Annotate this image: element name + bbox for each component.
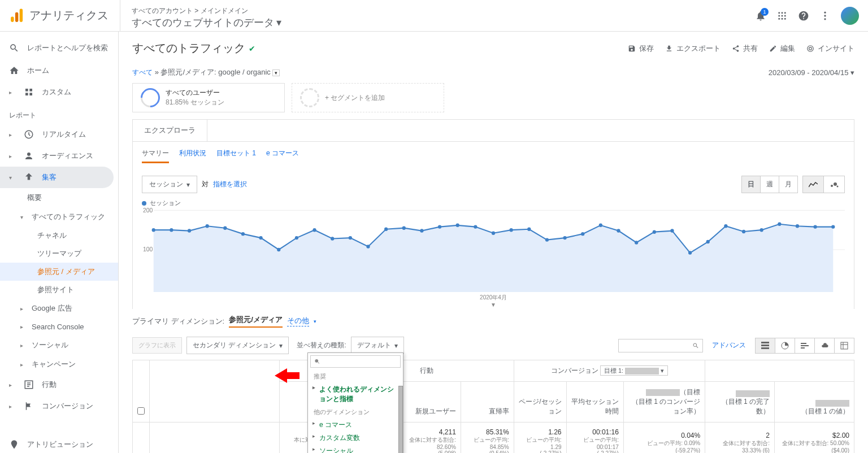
pd-value: 参照元/メディア [229, 315, 283, 328]
subtab-goalset[interactable]: 目標セット 1 [216, 149, 256, 163]
select-all[interactable] [137, 407, 145, 415]
svg-point-65 [760, 228, 763, 232]
chevron-right-icon: ▸ [20, 306, 27, 312]
breadcrumb-main: すべてのウェブサイトのデータ [132, 16, 274, 29]
svg-point-37 [259, 236, 262, 239]
header-breadcrumb[interactable]: すべてのアカウント > メインドメイン すべてのウェブサイトのデータ▾ [120, 0, 755, 31]
dd-item-popular[interactable]: よく使われるディメンションと指標 [308, 383, 403, 406]
dd-item-custom[interactable]: カスタム変数 [308, 432, 403, 445]
view-cloud-icon[interactable] [815, 338, 835, 353]
svg-point-44 [384, 228, 388, 231]
nav-sc[interactable]: ▸Search Console [0, 318, 118, 336]
chart-line-icon[interactable] [803, 176, 824, 193]
nav-referral[interactable]: 参照サイト [0, 281, 118, 299]
col-goal-cvr[interactable]: （目標（目標 1 のコンバージョン率） [623, 382, 705, 422]
redacted [736, 390, 770, 397]
sidebar-home[interactable]: ホーム [0, 60, 118, 81]
col-duration[interactable]: 平均セッション時間 [566, 382, 623, 422]
sidebar-behavior[interactable]: ▸行動 [0, 374, 118, 395]
dd-search-input[interactable] [323, 358, 397, 365]
dropdown-caret-icon: ▾ [276, 16, 281, 29]
svg-point-57 [617, 229, 620, 232]
sidebar-audience[interactable]: ▸オーディエンス [0, 145, 118, 167]
view-pie-icon[interactable] [775, 338, 795, 353]
svg-point-24 [831, 185, 833, 187]
segment-circle-icon [137, 84, 164, 111]
dd-item-ecom[interactable]: e コマース [308, 419, 403, 432]
dd-search[interactable] [310, 355, 401, 368]
segment-add[interactable]: + セグメントを追加 [292, 83, 444, 112]
chart-metric[interactable]: セッション ▾ [142, 176, 197, 193]
svg-point-46 [420, 229, 423, 232]
tgl-month[interactable]: 月 [779, 176, 797, 193]
svg-point-14 [824, 18, 826, 20]
segment-all-users[interactable]: すべてのユーザー81.85% セッション [132, 83, 285, 112]
sidebar-acquisition[interactable]: ▾集客 [0, 167, 114, 188]
nav-channel[interactable]: チャネル [0, 226, 118, 245]
sidebar-custom[interactable]: ▸カスタム [0, 81, 118, 103]
tab-explorer[interactable]: エクスプローラ [132, 119, 207, 141]
nav-ads[interactable]: ▸Google 広告 [0, 299, 118, 318]
chart: 100200 2020年4月 ▼ [133, 207, 854, 309]
svg-rect-18 [29, 93, 32, 95]
sidebar-attribution[interactable]: アトリビューション [0, 434, 118, 453]
nav-source-medium[interactable]: 参照元 / メディア [0, 263, 118, 281]
insight-button[interactable]: インサイト [806, 43, 854, 54]
save-button[interactable]: 保存 [628, 43, 654, 54]
sort-type-btn[interactable]: デフォルト ▾ [351, 337, 404, 354]
subtab-usage[interactable]: 利用状況 [179, 149, 206, 163]
help-icon[interactable] [798, 10, 809, 21]
svg-text:100: 100 [143, 246, 153, 252]
legend-label: セッション [150, 199, 181, 207]
view-pivot-icon[interactable] [835, 338, 854, 353]
svg-point-9 [778, 18, 780, 19]
advanced-link[interactable]: アドバンス [712, 341, 746, 350]
view-bar-icon[interactable] [795, 338, 815, 353]
edit-button[interactable]: 編集 [769, 43, 795, 54]
avatar[interactable] [841, 7, 859, 25]
apps-icon[interactable] [776, 10, 788, 21]
behavior-icon [24, 380, 34, 390]
sidebar-conversion[interactable]: ▸コンバージョン [0, 395, 118, 417]
nav-social[interactable]: ▸ソーシャル [0, 336, 118, 355]
svg-rect-71 [761, 345, 769, 346]
col-goal-val[interactable]: （目標 1 の値） [774, 382, 854, 422]
table-search[interactable] [618, 339, 703, 352]
col-goal-comp[interactable]: （目標 1 の完了数） [705, 382, 775, 422]
svg-point-3 [778, 12, 780, 14]
goal-select[interactable]: 目標 1: ▾ [600, 365, 668, 376]
dd-item-social[interactable]: ソーシャル [308, 445, 403, 453]
chevron-right-icon: ▸ [20, 324, 27, 330]
table-search-input[interactable] [622, 342, 690, 350]
svg-point-35 [223, 226, 227, 229]
share-button[interactable]: 共有 [732, 43, 758, 54]
crumb-all[interactable]: すべて [132, 68, 153, 76]
nav-all-traffic[interactable]: ▾すべてのトラフィック [0, 207, 118, 226]
col-bounce[interactable]: 直帰率 [461, 382, 514, 422]
chevron-down-icon: ▾ [20, 214, 27, 220]
view-table-icon[interactable] [756, 338, 775, 353]
more-icon[interactable] [819, 10, 831, 21]
clock-icon [24, 129, 34, 140]
sidebar-search[interactable]: レポートとヘルプを検索 [0, 36, 118, 60]
select-metric[interactable]: 指標を選択 [213, 180, 247, 189]
nav-campaign[interactable]: ▸キャンペーン [0, 355, 118, 374]
nav-treemap[interactable]: ツリーマップ [0, 245, 118, 263]
date-range[interactable]: 2020/03/09 - 2020/04/15 ▾ [769, 68, 854, 77]
nav-overview[interactable]: 概要 [0, 188, 118, 207]
subtab-summary[interactable]: サマリー [142, 149, 169, 163]
svg-point-52 [527, 228, 531, 231]
pd-other[interactable]: その他 [287, 316, 309, 326]
subtab-ecommerce[interactable]: e コマース [266, 149, 299, 163]
crumb-dropdown[interactable]: ▾ [272, 69, 280, 76]
tgl-week[interactable]: 週 [761, 176, 779, 193]
tgl-day[interactable]: 日 [742, 176, 761, 193]
bell-icon[interactable]: 1 [755, 10, 766, 21]
col-pages[interactable]: ページ/セッション [514, 382, 566, 422]
secondary-dim-btn[interactable]: セカンダリ ディメンション ▾ [186, 337, 289, 354]
export-button[interactable]: エクスポート [665, 43, 721, 54]
chart-bubble-icon[interactable] [824, 176, 844, 193]
svg-point-40 [313, 228, 316, 232]
sidebar-realtime[interactable]: ▸リアルタイム [0, 124, 118, 145]
dd-scrollbar[interactable] [398, 386, 403, 453]
